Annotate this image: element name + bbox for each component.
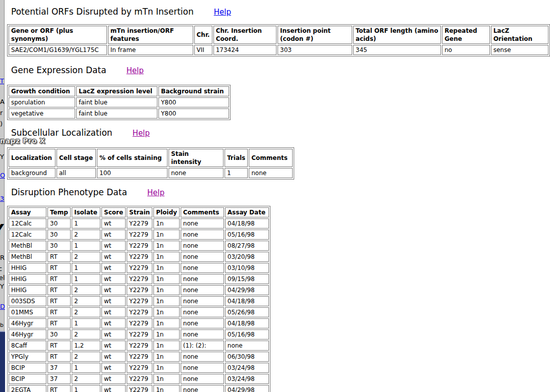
table-cell: 1,2 — [72, 341, 100, 351]
table-cell: wt — [101, 307, 126, 317]
table-row: HHIGRT1wtY22791nnone09/15/98 — [9, 274, 269, 284]
table-cell: sporulation — [9, 97, 75, 107]
background-text-fragment: b — [0, 322, 4, 328]
column-header: LacZ expression level — [76, 86, 157, 96]
table-cell: 1n — [153, 296, 180, 306]
table-cell: none — [169, 168, 224, 178]
table-cell: Y2279 — [127, 341, 152, 351]
table-cell: RT — [47, 341, 71, 351]
table-cell: 05/16/98 — [225, 329, 269, 340]
background-link-fragment[interactable]: O — [0, 172, 5, 179]
table-cell: 05/16/98 — [225, 230, 269, 240]
table-cell: wt — [101, 363, 126, 373]
table-cell: 345 — [353, 45, 441, 55]
table-cell: Y2279 — [127, 352, 152, 362]
help-link-orf[interactable]: Help — [214, 8, 231, 17]
table-cell: Y2279 — [127, 329, 152, 340]
table-cell: 03/24/98 — [225, 374, 269, 384]
table-cell: none — [181, 307, 224, 317]
table-row: HHIGRT2wtY22791nnone04/29/98 — [9, 285, 269, 295]
table-cell: Y2279 — [127, 218, 152, 229]
help-link-localization[interactable]: Help — [133, 129, 150, 138]
table-cell: 30 — [47, 329, 71, 340]
table-cell: 37 — [47, 374, 71, 384]
table-cell: 46Hygr — [9, 318, 46, 328]
table-cell: YPGly — [9, 352, 46, 362]
table-cell: 1n — [153, 241, 180, 251]
table-cell: wt — [101, 296, 126, 306]
table-cell: none — [181, 296, 224, 306]
table-cell: faint blue — [76, 97, 157, 107]
table-cell: all — [57, 168, 96, 178]
background-text-fragment: r — [0, 109, 3, 117]
table-cell: 12Calc — [9, 218, 46, 229]
table-cell: 1n — [153, 263, 180, 273]
table-cell: 1n — [153, 374, 180, 384]
help-link-expression[interactable]: Help — [127, 66, 144, 75]
table-cell: RT — [47, 307, 71, 317]
help-link-phenotype[interactable]: Help — [147, 188, 164, 197]
column-header: Localization — [9, 149, 56, 167]
table-cell: 03/10/98 — [225, 263, 269, 273]
table-cell: BCIP — [9, 374, 46, 384]
table-cell: wt — [101, 374, 126, 384]
table-cell: 1n — [153, 329, 180, 340]
table-row: 01MMSRT2wtY22791nnone05/26/98 — [9, 307, 269, 317]
table-cell: 05/26/98 — [225, 307, 269, 317]
table-cell: 1n — [153, 230, 180, 240]
table-cell: 06/30/98 — [225, 352, 269, 362]
table-cell: BCIP — [9, 363, 46, 373]
background-text-fragment: el — [0, 274, 5, 282]
table-cell: RT — [47, 252, 71, 262]
column-header: Growth condition — [9, 86, 75, 96]
section-title-text: Potential ORFs Disrupted by mTn Insertio… — [11, 7, 194, 17]
table-cell: RT — [47, 352, 71, 362]
column-header: Gene or ORF (plus synonyms) — [9, 26, 107, 44]
table-cell: RT — [47, 296, 71, 306]
table-cell: 1n — [153, 385, 180, 392]
table-cell: 2 — [72, 352, 100, 362]
table-cell: 303 — [278, 45, 352, 55]
table-cell: Y2279 — [127, 241, 152, 251]
header-row: Growth conditionLacZ expression levelBac… — [9, 86, 229, 96]
table-cell: 12Calc — [9, 230, 46, 240]
table-cell: wt — [101, 341, 126, 351]
table-cell: 1n — [153, 218, 180, 229]
orf-insertion-table: Gene or ORF (plus synonyms)mTn insertion… — [7, 24, 550, 57]
section-title-phenotype: Disruption Phenotype DataHelp — [11, 187, 550, 198]
table-cell: 30 — [47, 218, 71, 229]
table-cell: none — [181, 329, 224, 340]
table-cell: Y2279 — [127, 385, 152, 392]
table-cell: 1 — [72, 263, 100, 273]
column-header: Cell stage — [57, 149, 96, 167]
table-cell: 1 — [72, 274, 100, 284]
table-cell: wt — [101, 385, 126, 392]
background-text-fragment: A — [0, 98, 5, 105]
table-cell: Y2279 — [127, 285, 152, 295]
table-cell: 1 — [72, 363, 100, 373]
background-link-fragment[interactable]: T — [0, 77, 4, 85]
table-cell: none — [249, 168, 293, 178]
background-link-fragment[interactable]: D — [0, 303, 5, 310]
table-cell: 1 — [72, 218, 100, 229]
table-cell: none — [225, 341, 269, 351]
table-row: MethBl301wtY22791nnone08/27/98 — [9, 241, 269, 251]
section-title-expression: Gene Expression DataHelp — [11, 65, 550, 76]
section-title-text: Disruption Phenotype Data — [11, 187, 127, 197]
table-cell: In frame — [108, 45, 193, 55]
background-text-fragment: Y — [0, 153, 4, 160]
table-cell: none — [181, 363, 224, 373]
table-cell: 1n — [153, 307, 180, 317]
table-cell: wt — [101, 230, 126, 240]
table-cell: background — [9, 168, 56, 178]
table-cell: none — [181, 241, 224, 251]
column-header: Strain — [127, 207, 152, 217]
table-cell: RT — [47, 285, 71, 295]
table-cell: 03/24/98 — [225, 363, 269, 373]
column-header: Repeated Gene — [442, 26, 490, 44]
table-cell: none — [181, 352, 224, 362]
table-cell: 09/15/98 — [225, 274, 269, 284]
background-link-fragment[interactable]: 3 — [0, 195, 4, 202]
table-row: YPGlyRT2wtY22791nnone06/30/98 — [9, 352, 269, 362]
table-cell: wt — [101, 318, 126, 328]
